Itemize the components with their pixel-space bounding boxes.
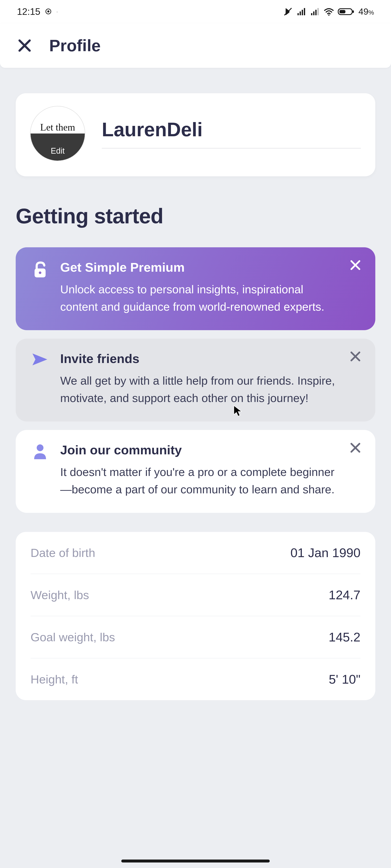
mute-icon xyxy=(283,7,293,17)
detail-height[interactable]: Height, ft 5' 10" xyxy=(31,658,360,700)
signal-icon xyxy=(310,7,320,17)
wifi-icon xyxy=(324,6,334,17)
close-button[interactable] xyxy=(17,38,32,53)
username-field[interactable]: LaurenDeli xyxy=(102,119,361,149)
avatar-image-text: Let them xyxy=(31,122,85,133)
svg-point-1 xyxy=(47,10,50,12)
svg-point-23 xyxy=(37,444,43,451)
detail-label: Weight, lbs xyxy=(31,588,89,602)
svg-line-2 xyxy=(284,8,292,15)
svg-rect-9 xyxy=(315,10,317,15)
unlock-icon xyxy=(31,260,50,315)
battery-percent: 49% xyxy=(359,6,374,17)
detail-value: 5' 10" xyxy=(329,672,360,687)
svg-rect-4 xyxy=(300,11,301,15)
card-close-button[interactable] xyxy=(349,441,362,455)
card-text: It doesn't matter if you're a pro or a c… xyxy=(60,463,339,498)
detail-label: Goal weight, lbs xyxy=(31,630,115,644)
detail-weight[interactable]: Weight, lbs 124.7 xyxy=(31,574,360,616)
svg-rect-7 xyxy=(311,13,312,15)
send-icon xyxy=(31,351,50,407)
home-indicator[interactable] xyxy=(121,860,270,863)
dot-icon: · xyxy=(56,9,58,14)
detail-goal-weight[interactable]: Goal weight, lbs 145.2 xyxy=(31,616,360,658)
card-title: Invite friends xyxy=(60,351,339,366)
app-header: Profile xyxy=(0,23,391,68)
svg-rect-14 xyxy=(353,10,354,13)
card-title: Join our community xyxy=(60,443,339,457)
detail-label: Height, ft xyxy=(31,673,78,686)
person-icon xyxy=(31,443,50,498)
svg-rect-3 xyxy=(298,13,299,15)
signal-icon xyxy=(297,7,306,17)
card-text: We all get by with a little help from ou… xyxy=(60,372,339,407)
svg-rect-10 xyxy=(318,8,319,15)
detail-value: 145.2 xyxy=(329,630,360,645)
detail-label: Date of birth xyxy=(31,546,95,560)
svg-rect-13 xyxy=(339,10,345,13)
svg-rect-8 xyxy=(313,11,314,15)
detail-dob[interactable]: Date of birth 01 Jan 1990 xyxy=(31,532,360,574)
svg-rect-6 xyxy=(304,8,305,15)
card-invite[interactable]: Invite friends We all get by with a litt… xyxy=(16,339,375,422)
svg-point-11 xyxy=(328,14,330,16)
cursor-icon xyxy=(233,405,243,418)
page-title: Profile xyxy=(49,36,101,55)
card-text: Unlock access to personal insights, insp… xyxy=(60,281,339,315)
detail-value: 124.7 xyxy=(329,588,360,602)
svg-rect-5 xyxy=(302,10,303,15)
card-close-button[interactable] xyxy=(349,258,362,272)
card-title: Get Simple Premium xyxy=(60,260,339,275)
card-community[interactable]: Join our community It doesn't matter if … xyxy=(16,430,375,513)
status-time: 12:15 xyxy=(17,6,40,17)
section-heading-getting-started: Getting started xyxy=(16,204,375,228)
card-premium[interactable]: Get Simple Premium Unlock access to pers… xyxy=(16,247,375,330)
battery-icon xyxy=(338,7,355,16)
profile-card: Let them Edit LaurenDeli xyxy=(16,93,375,176)
details-card: Date of birth 01 Jan 1990 Weight, lbs 12… xyxy=(16,532,375,700)
avatar[interactable]: Let them Edit xyxy=(30,106,85,161)
rec-indicator-icon xyxy=(45,6,52,17)
card-close-button[interactable] xyxy=(349,350,362,363)
status-bar: 12:15 · 49% xyxy=(0,0,391,23)
avatar-edit-label: Edit xyxy=(31,147,85,156)
svg-point-18 xyxy=(39,272,41,274)
detail-value: 01 Jan 1990 xyxy=(291,546,360,560)
